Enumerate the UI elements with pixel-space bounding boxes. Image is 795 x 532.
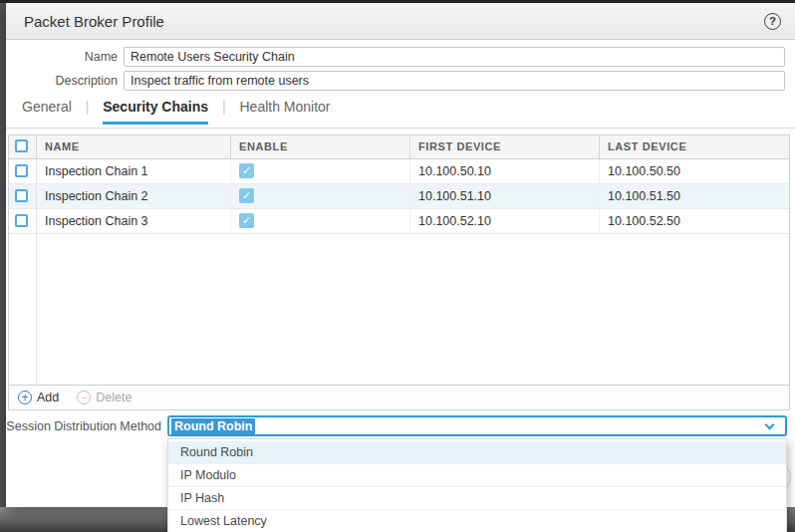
add-button-label: Add [37, 391, 59, 404]
enable-checkbox[interactable]: ✓ [239, 188, 254, 203]
description-input[interactable] [124, 71, 785, 91]
tab-separator: | [86, 99, 90, 115]
add-button[interactable]: + Add [18, 391, 59, 404]
cell-last-device: 10.100.52.50 [599, 209, 789, 233]
tab-bar: General | Security Chains | Health Monit… [22, 99, 331, 125]
row-checkbox[interactable] [15, 214, 28, 227]
tab-general[interactable]: General [22, 99, 72, 122]
cell-last-device: 10.100.51.50 [599, 184, 789, 208]
column-header-last-device[interactable]: LAST DEVICE [599, 135, 789, 158]
column-header-name[interactable]: NAME [36, 135, 230, 158]
check-icon: ✓ [239, 163, 254, 178]
cell-enable: ✓ [230, 209, 409, 233]
table-row: Inspection Chain 2 ✓ 10.100.51.10 10.100… [9, 184, 789, 209]
help-icon[interactable]: ? [764, 13, 781, 30]
option-ip-hash[interactable]: IP Hash [168, 487, 786, 510]
row-checkbox-cell [9, 184, 36, 208]
tab-separator: | [222, 99, 226, 115]
table-footer: + Add − Delete [9, 385, 789, 409]
cell-name: Inspection Chain 1 [36, 159, 230, 183]
tabs-divider [6, 128, 795, 129]
description-label: Description [6, 71, 118, 91]
minus-circle-icon: − [77, 391, 91, 404]
table-row: Inspection Chain 3 ✓ 10.100.52.10 10.100… [9, 209, 789, 234]
plus-circle-icon: + [18, 391, 32, 404]
cell-first-device: 10.100.52.10 [409, 209, 599, 233]
cell-name: Inspection Chain 2 [36, 184, 230, 208]
select-all-checkbox[interactable] [15, 139, 28, 152]
table-header-row: NAME ENABLE FIRST DEVICE LAST DEVICE [9, 135, 789, 159]
security-chains-table: NAME ENABLE FIRST DEVICE LAST DEVICE Ins… [8, 134, 790, 410]
check-icon: ✓ [239, 213, 254, 228]
packet-broker-profile-dialog: Packet Broker Profile ? Name Description… [6, 3, 795, 507]
cell-first-device: 10.100.51.10 [409, 184, 599, 208]
enable-checkbox[interactable]: ✓ [239, 163, 254, 178]
option-round-robin[interactable]: Round Robin [168, 441, 786, 464]
check-icon: ✓ [239, 188, 254, 203]
cell-last-device: 10.100.50.50 [599, 159, 789, 183]
enable-checkbox[interactable]: ✓ [239, 213, 254, 228]
cell-first-device: 10.100.50.10 [409, 159, 599, 183]
row-checkbox[interactable] [15, 189, 28, 202]
option-lowest-latency[interactable]: Lowest Latency [168, 510, 786, 532]
table-row: Inspection Chain 1 ✓ 10.100.50.10 10.100… [9, 159, 789, 184]
column-header-first-device[interactable]: FIRST DEVICE [409, 135, 599, 158]
dialog-title: Packet Broker Profile [24, 3, 164, 40]
tab-health-monitor[interactable]: Health Monitor [239, 99, 330, 122]
delete-button[interactable]: − Delete [77, 391, 132, 404]
cell-name: Inspection Chain 3 [36, 209, 230, 233]
header-checkbox-cell [9, 135, 36, 158]
session-distribution-select[interactable]: Round Robin [167, 415, 787, 436]
name-field-row: Name [6, 47, 787, 67]
name-label: Name [6, 47, 118, 67]
session-distribution-dropdown: Round Robin IP Modulo IP Hash Lowest Lat… [167, 438, 787, 532]
delete-button-label: Delete [96, 391, 132, 404]
description-field-row: Description [6, 71, 787, 91]
name-input[interactable] [124, 47, 785, 67]
option-ip-modulo[interactable]: IP Modulo [168, 464, 786, 487]
cell-enable: ✓ [230, 184, 409, 208]
checkbox-column-divider [36, 159, 37, 385]
selected-value: Round Robin [171, 418, 255, 434]
row-checkbox-cell [9, 159, 36, 183]
tab-security-chains[interactable]: Security Chains [103, 99, 208, 125]
column-header-enable[interactable]: ENABLE [230, 135, 409, 158]
session-distribution-label: Session Distribution Method [6, 416, 161, 436]
row-checkbox-cell [9, 209, 36, 233]
chevron-down-icon [765, 420, 775, 430]
cell-enable: ✓ [230, 159, 409, 183]
dialog-titlebar: Packet Broker Profile ? [6, 3, 795, 40]
row-checkbox[interactable] [15, 164, 28, 177]
